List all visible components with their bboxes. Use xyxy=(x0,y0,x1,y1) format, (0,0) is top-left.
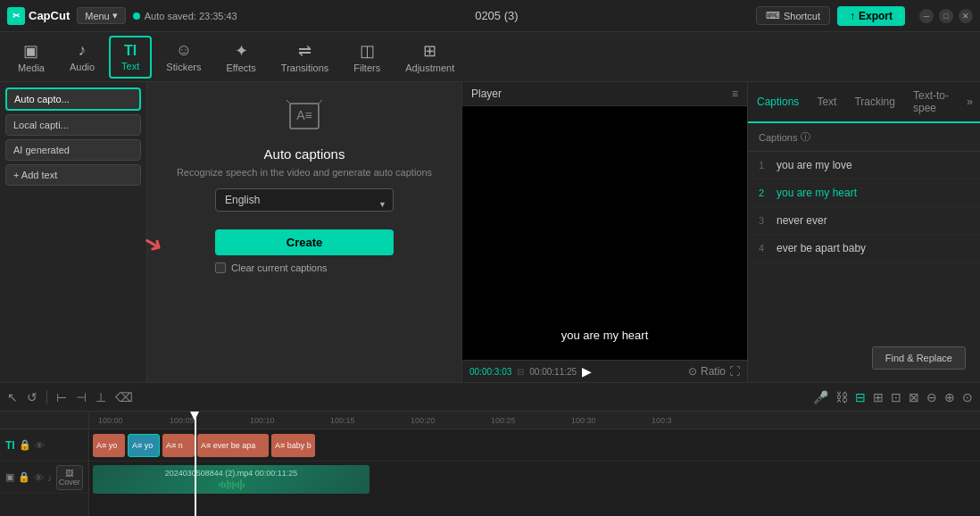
shortcut-button[interactable]: ⌨ Shortcut xyxy=(756,6,830,25)
select-tool-icon[interactable]: ↖ xyxy=(7,390,18,404)
tab-text[interactable]: Text xyxy=(808,88,845,115)
tab-tracking[interactable]: Tracking xyxy=(845,88,904,115)
zoom-out-icon[interactable]: ⊖ xyxy=(926,390,937,404)
clear-captions-checkbox[interactable] xyxy=(215,262,226,273)
language-select[interactable]: English xyxy=(215,188,394,212)
center-panel: A≡ Auto captions Recognize speech in the… xyxy=(147,82,462,382)
toolbar-stickers[interactable]: ☺ Stickers xyxy=(155,36,212,78)
copy-icon[interactable]: ⊡ xyxy=(891,390,901,404)
caption-text-4[interactable]: ever be apart baby xyxy=(777,242,945,254)
audio-icon: ♪ xyxy=(79,41,87,60)
adjustment-label: Adjustment xyxy=(405,62,454,73)
shortcut-label: Shortcut xyxy=(784,11,820,21)
window-controls: ─ □ ✕ xyxy=(919,9,973,23)
captions-info-icon[interactable]: ⓘ xyxy=(801,130,810,144)
caption-add-icon-2[interactable]: + xyxy=(951,187,956,198)
text-icon: TI xyxy=(124,43,137,59)
settings-icon[interactable]: ⊙ xyxy=(962,390,973,404)
track-lock-icon-2[interactable]: 🔒 xyxy=(18,471,30,483)
ruler-mark-3: 100:15 xyxy=(330,416,355,425)
create-button[interactable]: Create xyxy=(215,229,394,255)
track-eye-icon[interactable]: 👁 xyxy=(35,440,45,451)
cover-label[interactable]: 🖼 Cover xyxy=(56,465,84,490)
timeline-area: ↖ ↺ ⊢ ⊣ ⊥ ⌫ 🎤 ⛓ ⊟ ⊞ ⊡ ⊠ ⊖ ⊕ ⊙ TI 🔒 👁 xyxy=(0,382,980,516)
caption-illustration-svg: A≡ xyxy=(283,96,326,139)
menu-button[interactable]: Menu ▾ xyxy=(77,7,126,24)
caption-delete-icon-2[interactable]: 🗑 xyxy=(959,187,969,198)
maximize-button[interactable]: □ xyxy=(939,9,953,23)
ruler-spacer xyxy=(0,412,88,429)
caption-delete-icon-4[interactable]: 🗑 xyxy=(959,243,969,254)
language-selector-wrapper: English xyxy=(215,188,394,221)
tab-captions[interactable]: Captions xyxy=(748,88,808,115)
track-lock-icon[interactable]: 🔒 xyxy=(19,439,31,451)
caption-add-icon-1[interactable]: + xyxy=(951,160,956,171)
chain-icon[interactable]: ⊞ xyxy=(873,390,884,404)
caption-clip-3[interactable]: A≡ n xyxy=(162,434,195,457)
ratio-button[interactable]: Ratio xyxy=(701,365,726,378)
export-button[interactable]: ↑ Export xyxy=(837,6,905,26)
auto-caption-title: Auto captions xyxy=(264,146,345,162)
toolbar-audio[interactable]: ♪ Audio xyxy=(59,36,105,78)
main-toolbar: ▣ Media ♪ Audio TI Text ☺ Stickers ✦ Eff… xyxy=(0,32,980,82)
top-right-controls: ⌨ Shortcut ↑ Export ─ □ ✕ xyxy=(756,6,973,26)
svg-line-3 xyxy=(319,100,322,104)
track-labels: TI 🔒 👁 ▣ 🔒 👁 ♪ 🖼 Cover xyxy=(0,412,89,516)
link-icon[interactable]: ⛓ xyxy=(835,390,848,404)
trim-left-icon[interactable]: ⊣ xyxy=(76,390,87,404)
screenshot-icon[interactable]: ⊙ xyxy=(688,365,697,378)
caption-text-1[interactable]: you are my love xyxy=(777,159,945,171)
delete-icon[interactable]: ⌫ xyxy=(115,390,133,404)
player-caption-text: you are my heart xyxy=(561,329,649,342)
local-captions-button[interactable]: Local capti... xyxy=(5,114,141,136)
caption-add-icon-4[interactable]: + xyxy=(951,243,956,254)
ruler-mark-6: 100:30 xyxy=(571,416,596,425)
transitions-icon: ⇌ xyxy=(298,41,311,61)
ai-generated-button[interactable]: AI generated xyxy=(5,139,141,161)
caption-clip-2[interactable]: A≡ yo xyxy=(128,434,160,457)
effects-icon: ✦ xyxy=(235,41,248,61)
find-replace-button[interactable]: Find & Replace xyxy=(872,346,966,370)
caption-num-3: 3 xyxy=(759,215,771,226)
toolbar-text[interactable]: TI Text xyxy=(109,36,152,79)
track-audio-icon[interactable]: ♪ xyxy=(47,472,53,483)
player-menu-icon[interactable]: ≡ xyxy=(732,87,738,100)
clear-captions-label: Clear current captions xyxy=(231,262,328,273)
toolbar-media[interactable]: ▣ Media xyxy=(7,36,55,79)
caption-text-3[interactable]: never ever xyxy=(777,214,945,227)
add-text-button[interactable]: + Add text xyxy=(5,164,141,186)
trim-right-icon[interactable]: ⊥ xyxy=(96,390,106,404)
split-icon[interactable]: ⊢ xyxy=(56,390,67,404)
minimize-button[interactable]: ─ xyxy=(919,9,934,23)
toolbar-adjustment[interactable]: ⊞ Adjustment xyxy=(394,36,465,79)
tabs-more-button[interactable]: » xyxy=(959,88,980,115)
caption-clip-1[interactable]: A≡ yo xyxy=(93,434,125,457)
track-eye-icon-2[interactable]: 👁 xyxy=(34,472,44,483)
caption-delete-icon-3[interactable]: 🗑 xyxy=(959,215,969,226)
toolbar-transitions[interactable]: ⇌ Transitions xyxy=(270,36,339,79)
caption-clip-4[interactable]: A≡ ever be apa xyxy=(197,434,269,457)
caption-add-icon-3[interactable]: + xyxy=(951,215,956,226)
fullscreen-icon[interactable]: ⛶ xyxy=(729,365,740,378)
undo-icon[interactable]: ↺ xyxy=(27,390,37,404)
cover-text: Cover xyxy=(59,478,80,487)
tab-text-to-speech[interactable]: Text-to-spee xyxy=(904,82,959,121)
play-button[interactable]: ▶ xyxy=(582,364,592,379)
magnet-icon[interactable]: ⊟ xyxy=(855,390,866,404)
toolbar-filters[interactable]: ◫ Filters xyxy=(343,36,391,79)
filters-icon: ◫ xyxy=(360,41,375,61)
mic-icon[interactable]: 🎤 xyxy=(813,390,828,404)
caption-item-3: 3 never ever + 🗑 xyxy=(748,207,980,235)
time-separator: ⊟ xyxy=(517,367,524,377)
caption-text-2[interactable]: you are my heart xyxy=(777,187,945,199)
toolbar-effects[interactable]: ✦ Effects xyxy=(215,36,266,79)
project-title: 0205 (3) xyxy=(245,9,749,22)
auto-captions-button[interactable]: Auto capto... xyxy=(5,87,141,111)
caption-clip-5[interactable]: A≡ baby b xyxy=(271,434,315,457)
caption-delete-icon-1[interactable]: 🗑 xyxy=(959,160,969,171)
close-button[interactable]: ✕ xyxy=(959,9,973,23)
zoom-in-icon[interactable]: ⊕ xyxy=(944,390,955,404)
media-clip-1[interactable]: 2024030508844 (2).mp4 00:00:11:25 xyxy=(93,465,370,494)
menu-label: Menu xyxy=(85,11,110,21)
screen-icon[interactable]: ⊠ xyxy=(909,390,919,404)
